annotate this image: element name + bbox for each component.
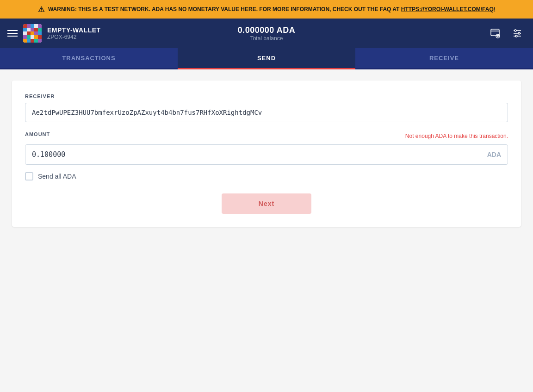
- amount-label: AMOUNT: [25, 131, 50, 137]
- svg-rect-18: [31, 35, 34, 39]
- amount-input[interactable]: [25, 145, 481, 164]
- svg-rect-3: [31, 24, 34, 28]
- transaction-icon[interactable]: [487, 25, 503, 42]
- receiver-input[interactable]: [25, 103, 508, 122]
- wallet-avatar: [23, 24, 42, 43]
- tab-transactions[interactable]: TRANSACTIONS: [0, 48, 178, 68]
- nav-tabs: TRANSACTIONS SEND RECEIVE: [0, 48, 533, 69]
- wallet-info: EMPTY-WALLET ZPOX-6942: [47, 26, 101, 40]
- svg-point-34: [514, 30, 516, 31]
- svg-rect-5: [38, 24, 42, 28]
- svg-rect-17: [27, 35, 31, 39]
- amount-input-wrapper: ADA: [25, 144, 508, 165]
- svg-rect-16: [23, 35, 27, 39]
- receiver-label: RECEIVER: [25, 93, 508, 99]
- receiver-field: RECEIVER: [25, 93, 508, 122]
- send-form-card: RECEIVER AMOUNT Not enough ADA to make t…: [12, 81, 521, 227]
- header-right: [487, 25, 526, 42]
- svg-rect-19: [34, 35, 38, 39]
- menu-icon[interactable]: [7, 30, 18, 37]
- svg-rect-13: [31, 31, 34, 35]
- svg-rect-2: [27, 24, 31, 28]
- tab-receive[interactable]: RECEIVE: [355, 48, 533, 68]
- tab-send[interactable]: SEND: [178, 48, 355, 68]
- svg-rect-15: [38, 31, 42, 35]
- header-balance: 0.000000 ADA Total balance: [238, 25, 295, 42]
- svg-rect-1: [23, 24, 27, 28]
- svg-rect-7: [27, 28, 31, 31]
- svg-rect-21: [23, 39, 27, 43]
- svg-point-36: [515, 35, 517, 37]
- main-content: RECEIVER AMOUNT Not enough ADA to make t…: [0, 69, 533, 238]
- svg-rect-24: [34, 39, 38, 43]
- svg-rect-8: [31, 28, 34, 31]
- svg-rect-10: [38, 28, 42, 31]
- svg-point-35: [518, 32, 520, 34]
- header: EMPTY-WALLET ZPOX-6942 0.000000 ADA Tota…: [0, 19, 533, 48]
- svg-rect-20: [38, 35, 42, 39]
- send-all-checkbox[interactable]: [25, 172, 33, 180]
- svg-rect-11: [23, 31, 27, 35]
- send-all-row: Send all ADA: [25, 172, 508, 180]
- amount-header: AMOUNT Not enough ADA to make this trans…: [25, 131, 508, 141]
- amount-error: Not enough ADA to make this transaction.: [405, 133, 508, 139]
- warning-icon: ⚠: [38, 5, 44, 14]
- wallet-id: ZPOX-6942: [47, 34, 101, 40]
- svg-rect-4: [34, 24, 38, 28]
- balance-amount: 0.000000 ADA: [238, 25, 295, 35]
- next-button[interactable]: Next: [222, 193, 311, 214]
- warning-link[interactable]: HTTPS://YOROI-WALLET.COM/FAQ/: [401, 6, 495, 12]
- balance-label: Total balance: [238, 35, 295, 42]
- next-btn-wrapper: Next: [25, 193, 508, 214]
- svg-rect-9: [34, 28, 38, 31]
- warning-banner: ⚠ WARNING: THIS IS A TEST NETWORK. ADA H…: [0, 0, 533, 19]
- warning-text: WARNING: THIS IS A TEST NETWORK. ADA HAS…: [48, 6, 495, 12]
- send-all-label[interactable]: Send all ADA: [38, 173, 76, 180]
- amount-section: AMOUNT Not enough ADA to make this trans…: [25, 131, 508, 165]
- svg-rect-12: [27, 31, 31, 35]
- svg-rect-26: [491, 29, 499, 36]
- svg-rect-6: [23, 28, 27, 31]
- svg-rect-23: [31, 39, 34, 43]
- wallet-name: EMPTY-WALLET: [47, 26, 101, 34]
- svg-rect-25: [38, 39, 42, 43]
- svg-rect-22: [27, 39, 31, 43]
- svg-rect-14: [34, 31, 38, 35]
- amount-currency: ADA: [481, 145, 508, 164]
- settings-icon[interactable]: [509, 25, 526, 42]
